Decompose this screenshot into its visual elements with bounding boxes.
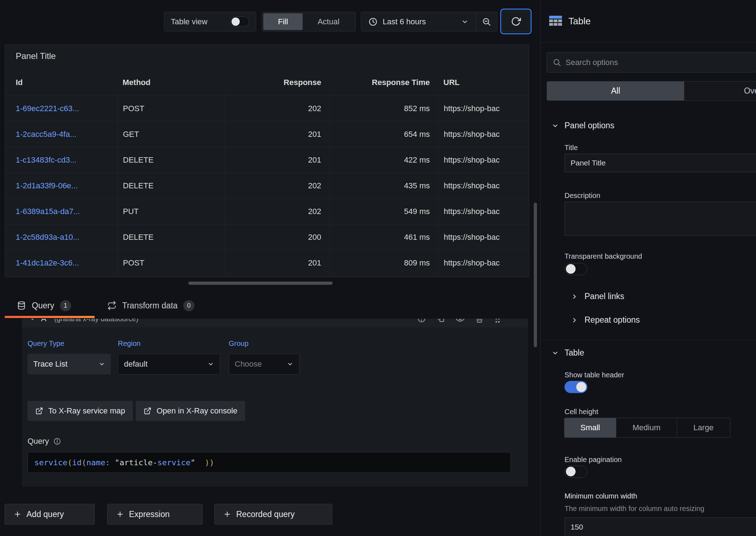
plus-icon xyxy=(14,510,21,518)
region-label: Region xyxy=(118,339,220,348)
xray-service-map-button[interactable]: To X-Ray service map xyxy=(28,401,133,421)
query-tab-label: Query xyxy=(32,301,54,311)
expression-button[interactable]: Expression xyxy=(107,504,203,525)
region-value: default xyxy=(124,359,148,369)
panel-links-section-header[interactable]: Panel links xyxy=(571,292,624,301)
response-cell: 202 xyxy=(225,199,330,224)
group-field: Group Choose xyxy=(229,339,299,374)
tab-query[interactable]: Query 1 xyxy=(17,297,71,314)
table-view-toggle-group[interactable]: Table view xyxy=(164,12,256,31)
url-cell: https://shop-bac xyxy=(438,224,529,250)
copy-icon[interactable] xyxy=(437,319,445,323)
help-circle-icon[interactable] xyxy=(417,319,426,323)
xray-buttons: To X-Ray service map Open in X-Ray conso… xyxy=(28,401,245,421)
panel-title-input[interactable] xyxy=(564,154,756,172)
drag-handle-icon[interactable] xyxy=(494,319,500,323)
enable-pagination-switch[interactable] xyxy=(564,466,587,478)
query-type-value: Trace List xyxy=(33,359,68,369)
response-cell: 202 xyxy=(225,96,330,121)
column-header-method[interactable]: Method xyxy=(118,70,225,95)
table-view-switch[interactable] xyxy=(230,16,249,27)
table-visualization-icon[interactable] xyxy=(549,16,562,26)
vertical-scrollbar[interactable] xyxy=(534,203,537,347)
trace-id-link[interactable]: 1-2c58d93a-a10... xyxy=(5,224,118,250)
trace-id-link[interactable]: 1-c13483fc-cd3... xyxy=(5,147,118,173)
region-select[interactable]: default xyxy=(118,354,220,374)
options-sidebar: Table All Overrides Panel options Title … xyxy=(540,0,756,536)
column-header-response-time[interactable]: Response Time xyxy=(330,70,438,95)
time-range-button[interactable]: Last 6 hours xyxy=(361,12,476,31)
query-type-label: Query Type xyxy=(28,339,111,348)
info-icon[interactable] xyxy=(53,437,61,445)
xray-console-button[interactable]: Open in X-Ray console xyxy=(136,401,245,421)
repeat-options-section-header[interactable]: Repeat options xyxy=(571,315,640,325)
response-time-cell: 461 ms xyxy=(330,224,438,250)
eye-icon[interactable] xyxy=(456,319,464,323)
refresh-button[interactable] xyxy=(502,11,529,32)
cell-height-small[interactable]: Small xyxy=(564,418,616,437)
trace-id-link[interactable]: 1-41dc1a2e-3c6... xyxy=(5,250,118,276)
visualization-name[interactable]: Table xyxy=(568,16,591,27)
trace-id-link[interactable]: 1-2d1a33f9-06e... xyxy=(5,173,118,198)
trace-id-link[interactable]: 1-2cacc5a9-4fa... xyxy=(5,121,118,147)
chevron-down-icon xyxy=(552,349,559,357)
cell-height-medium[interactable]: Medium xyxy=(616,418,677,437)
xray-service-map-label: To X-Ray service map xyxy=(48,406,125,416)
add-query-label: Add query xyxy=(26,510,64,519)
table-section-header[interactable]: Table xyxy=(552,348,584,358)
method-cell: POST xyxy=(118,96,225,121)
show-table-header-label: Show table header xyxy=(564,370,624,379)
chevron-down-icon[interactable] xyxy=(29,319,36,322)
chevron-down-icon xyxy=(287,361,293,367)
actual-option[interactable]: Actual xyxy=(303,13,354,30)
zoom-out-time-button[interactable] xyxy=(476,12,497,31)
method-cell: DELETE xyxy=(118,147,225,173)
response-time-cell: 549 ms xyxy=(330,199,438,224)
section-divider xyxy=(541,340,756,341)
switch-knob xyxy=(566,264,576,274)
column-header-url[interactable]: URL xyxy=(438,70,529,95)
time-range-label: Last 6 hours xyxy=(383,17,426,26)
response-cell: 201 xyxy=(225,147,330,173)
transform-tab-label: Transform data xyxy=(122,301,178,311)
group-select[interactable]: Choose xyxy=(229,354,299,374)
method-cell: DELETE xyxy=(118,224,225,250)
trace-id-link[interactable]: 1-6389a15a-da7... xyxy=(5,199,118,224)
cell-height-large[interactable]: Large xyxy=(677,418,730,437)
column-header-id[interactable]: Id xyxy=(5,70,118,95)
tab-overrides[interactable]: Overrides xyxy=(684,81,756,100)
show-table-header-switch[interactable] xyxy=(564,381,587,393)
transparent-background-label: Transparent background xyxy=(564,252,642,261)
recorded-query-label: Recorded query xyxy=(236,510,295,519)
options-tab-group: All Overrides xyxy=(547,81,756,101)
column-header-response[interactable]: Response xyxy=(225,70,330,95)
cell-height-label: Cell height xyxy=(564,407,598,416)
table-view-label: Table view xyxy=(171,17,208,26)
add-query-button[interactable]: Add query xyxy=(5,504,95,525)
tab-all[interactable]: All xyxy=(547,81,684,100)
query-type-select[interactable]: Trace List xyxy=(28,354,111,374)
response-cell: 202 xyxy=(225,173,330,198)
description-textarea[interactable] xyxy=(564,202,756,236)
query-count-badge: 1 xyxy=(60,300,71,311)
search-options-input[interactable] xyxy=(566,58,750,67)
minimum-column-width-input[interactable] xyxy=(564,517,756,536)
clock-icon xyxy=(368,17,378,26)
visualization-panel: Panel Title Id Method Response Response … xyxy=(5,44,529,277)
tab-transform-data[interactable]: Transform data 0 xyxy=(107,297,194,314)
response-cell: 200 xyxy=(225,224,330,250)
query-code-input[interactable]: service(id(name: "article-service" )) xyxy=(28,452,511,473)
recorded-query-button[interactable]: Recorded query xyxy=(214,504,332,525)
method-cell: POST xyxy=(118,250,225,276)
panel-options-section-header[interactable]: Panel options xyxy=(552,121,614,130)
fill-option[interactable]: Fill xyxy=(263,13,303,30)
chevron-down-icon xyxy=(99,361,105,367)
trash-icon[interactable] xyxy=(475,319,484,323)
external-link-icon xyxy=(144,407,151,415)
horizontal-scrollbar[interactable] xyxy=(188,282,333,285)
response-cell: 201 xyxy=(225,250,330,276)
query-type-field: Query Type Trace List xyxy=(28,339,111,374)
trace-id-link[interactable]: 1-69ec2221-c63... xyxy=(5,96,118,121)
transparent-background-switch[interactable] xyxy=(564,263,587,275)
sidebar-header: Table xyxy=(541,0,756,43)
